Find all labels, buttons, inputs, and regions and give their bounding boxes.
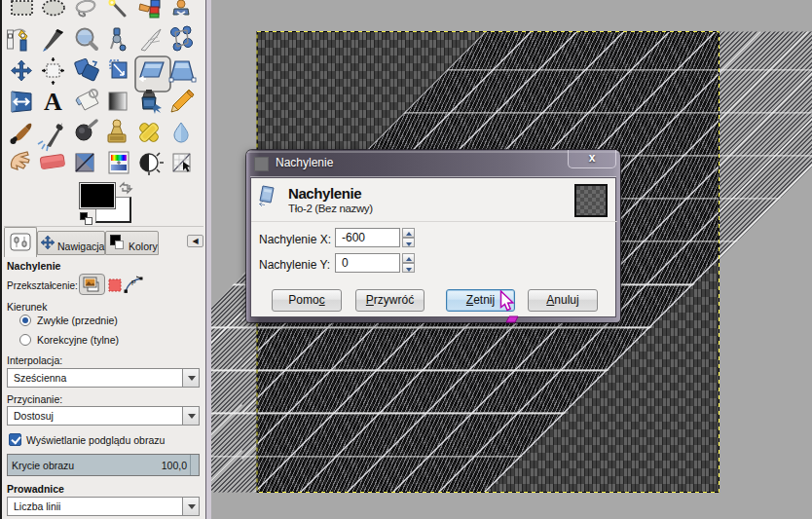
- svg-text:P: P: [131, 279, 136, 286]
- svg-text:A: A: [44, 88, 62, 116]
